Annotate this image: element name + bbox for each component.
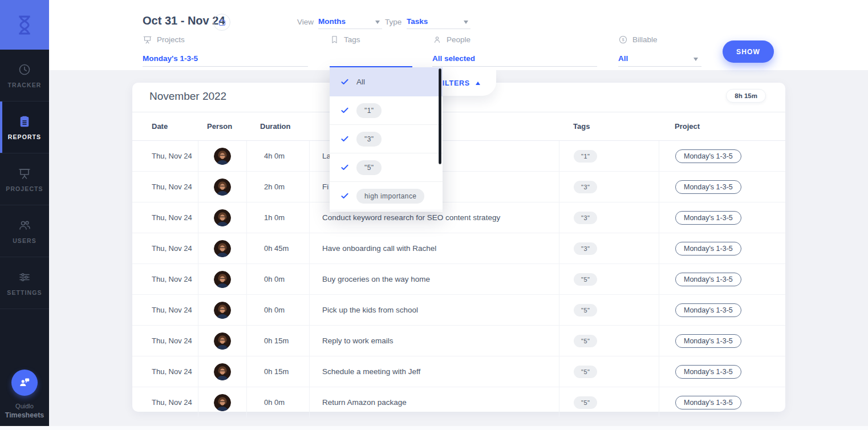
dropdown-option-tag-3[interactable]: "3" <box>330 125 443 153</box>
row-duration: 0h 15m <box>264 367 289 376</box>
row-project-pill[interactable]: Monday's 1-3-5 <box>675 242 741 255</box>
check-icon <box>340 192 349 200</box>
hourglass-icon <box>13 13 36 37</box>
total-duration-badge: 8h 15m <box>726 89 766 103</box>
chevron-down-icon <box>375 21 380 24</box>
sidebar-item-projects[interactable]: PROJECTS <box>0 153 49 205</box>
row-duration: 0h 45m <box>264 244 289 253</box>
row-task: Schedule a meeting with Jeff <box>322 367 420 376</box>
projects-filter-label: Projects <box>157 35 185 44</box>
row-tag-pill: "3" <box>574 212 597 224</box>
calendar-button[interactable] <box>213 14 230 31</box>
avatar <box>214 271 231 288</box>
person-photo <box>214 363 231 380</box>
row-project-pill[interactable]: Monday's 1-3-5 <box>675 149 741 163</box>
billable-filter-label: Billable <box>632 35 658 44</box>
row-date: Thu, Nov 24 <box>152 244 192 253</box>
show-button[interactable]: SHOW <box>723 40 774 63</box>
row-project-pill[interactable]: Monday's 1-3-5 <box>675 365 741 379</box>
billable-filter[interactable]: $ Billable All <box>618 35 701 44</box>
table-row[interactable]: Thu, Nov 24 0h 0m Return Amazon package … <box>132 387 785 417</box>
billable-filter-value: All <box>618 54 628 63</box>
row-project-pill[interactable]: Monday's 1-3-5 <box>675 396 741 409</box>
dropdown-option-tag-5[interactable]: "5" <box>330 153 443 182</box>
people-filter[interactable]: People All selected <box>432 35 597 44</box>
table-body: Thu, Nov 24 4h 0m La "1" Monday's 1-3-5 <box>132 141 785 417</box>
row-project-pill[interactable]: Monday's 1-3-5 <box>675 180 741 194</box>
support-chat-button[interactable] <box>11 370 38 396</box>
row-tag-pill: "3" <box>574 242 597 255</box>
table-row[interactable]: Thu, Nov 24 0h 0m Buy groceries on the w… <box>132 264 785 295</box>
dropdown-option-label: All <box>356 78 365 86</box>
table-row[interactable]: Thu, Nov 24 0h 45m Have onboarding call … <box>132 233 785 264</box>
projects-filter[interactable]: Projects Monday's 1-3-5 <box>143 35 308 44</box>
table-row[interactable]: Thu, Nov 24 1h 0m Conduct keyword resear… <box>132 202 785 233</box>
person-photo <box>214 271 231 288</box>
row-project-pill[interactable]: Monday's 1-3-5 <box>675 273 741 286</box>
sidebar-item-settings[interactable]: SETTINGS <box>0 257 49 309</box>
check-icon <box>340 163 349 172</box>
row-task: Buy groceries on the way home <box>322 275 430 283</box>
view-select-value: Months <box>318 17 346 26</box>
row-duration: 0h 0m <box>264 398 285 407</box>
table-row[interactable]: Thu, Nov 24 0h 15m Schedule a meeting wi… <box>132 356 785 387</box>
table-row[interactable]: Thu, Nov 24 4h 0m La "1" Monday's 1-3-5 <box>132 141 785 172</box>
brand-name: Quidlo <box>0 403 49 409</box>
table-row[interactable]: Thu, Nov 24 0h 0m Pick up the kids from … <box>132 295 785 326</box>
check-icon <box>340 106 349 115</box>
person-photo <box>214 394 231 411</box>
sidebar-footer: Quidlo Timesheets <box>0 370 49 419</box>
tags-dropdown: All "1" "3" "5" high importance <box>330 67 443 212</box>
row-task: Conduct keyword research for SEO content… <box>322 213 500 222</box>
row-duration: 0h 15m <box>264 336 289 345</box>
row-date: Thu, Nov 24 <box>152 398 192 407</box>
chevron-down-icon <box>464 21 468 24</box>
sidebar-item-tracker[interactable]: TRACKER <box>0 50 49 102</box>
person-photo <box>214 302 231 319</box>
dollar-circle-icon: $ <box>618 35 628 44</box>
row-tag-pill: "5" <box>574 396 597 409</box>
dropdown-scrollbar[interactable] <box>439 68 441 164</box>
people-filter-value: All selected <box>432 54 475 63</box>
projector-screen-icon <box>143 35 152 44</box>
type-select-value: Tasks <box>407 17 428 26</box>
projects-filter-value: Monday's 1-3-5 <box>143 54 198 63</box>
row-duration: 0h 0m <box>264 306 285 314</box>
app-logo[interactable] <box>0 0 49 50</box>
sidebar-item-users[interactable]: USERS <box>0 205 49 257</box>
row-project-pill[interactable]: Monday's 1-3-5 <box>675 211 741 225</box>
type-select[interactable]: Tasks <box>407 16 470 29</box>
check-icon <box>340 78 349 86</box>
table-row[interactable]: Thu, Nov 24 0h 15m Reply to work emails … <box>132 326 785 356</box>
underline <box>618 66 701 67</box>
date-range[interactable]: Oct 31 - Nov 24 <box>143 14 225 27</box>
avatar <box>214 394 231 411</box>
people-filter-label: People <box>447 35 470 44</box>
dropdown-option-label: "5" <box>356 160 382 175</box>
table-row[interactable]: Thu, Nov 24 2h 0m Fi "3" Monday's 1-3-5 <box>132 172 785 202</box>
clock-icon <box>18 63 31 76</box>
chat-person-icon <box>17 375 32 390</box>
col-header-tags: Tags <box>559 122 659 131</box>
bottom-strip <box>0 426 868 430</box>
underline <box>143 66 308 67</box>
row-tag-pill: "3" <box>574 181 597 193</box>
dropdown-option-high-importance[interactable]: high importance <box>330 182 443 210</box>
row-date: Thu, Nov 24 <box>152 275 192 283</box>
view-select[interactable]: Months <box>318 16 382 29</box>
avatar <box>214 332 231 350</box>
row-tag-pill: "5" <box>574 273 597 286</box>
row-duration: 0h 0m <box>264 275 285 283</box>
dropdown-option-all[interactable]: All <box>330 67 443 96</box>
sidebar: TRACKER REPORTS PROJECTS USERS SETTINGS <box>0 0 49 426</box>
row-task: Pick up the kids from school <box>322 306 418 314</box>
tags-filter[interactable]: Tags <box>330 35 412 44</box>
row-date: Thu, Nov 24 <box>152 306 192 314</box>
row-project-pill[interactable]: Monday's 1-3-5 <box>675 303 741 317</box>
person-photo <box>214 209 231 226</box>
sidebar-item-reports[interactable]: REPORTS <box>0 102 49 153</box>
row-project-pill[interactable]: Monday's 1-3-5 <box>675 334 741 348</box>
person-icon <box>432 35 442 44</box>
clipboard-icon <box>18 115 31 128</box>
dropdown-option-tag-1[interactable]: "1" <box>330 96 443 125</box>
